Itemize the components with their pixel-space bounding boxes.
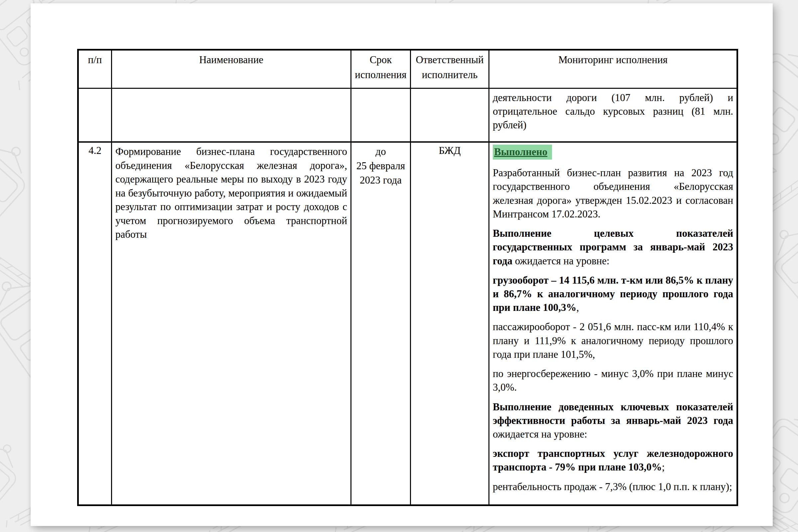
header-term-line1: Срок [355, 53, 407, 68]
monitoring-paragraph-5: по энергосбережению - минус 3,0% при пла… [493, 367, 733, 394]
cell-task-name: Формирование бизнес-плана государственно… [112, 142, 351, 506]
cell-empty-name [112, 89, 351, 142]
header-cell-name: Наименование [112, 50, 351, 89]
cell-empty-responsible [411, 89, 489, 142]
table-container: п/п Наименование Срок исполнения Ответст… [77, 49, 738, 506]
header-monitoring-label: Мониторинг исполнения [558, 54, 668, 65]
carryover-row: деятельности дороги (107 млн. рублей) и … [78, 89, 738, 142]
monitoring-p2-rest: ожидается на уровне: [512, 255, 609, 267]
monitoring-paragraph-2: Выполнение целевых показателей государст… [493, 226, 733, 268]
deadline-line3: 2023 года [355, 173, 407, 188]
table-header-row: п/п Наименование Срок исполнения Ответст… [78, 50, 738, 89]
header-name-label: Наименование [199, 54, 263, 65]
status-badge: Выполнено [493, 145, 552, 159]
header-cell-monitoring: Мониторинг исполнения [489, 50, 738, 89]
cell-empty-num [78, 89, 112, 142]
monitoring-p3-rest: , [576, 302, 579, 313]
monitoring-p7-rest: ; [662, 461, 665, 473]
monitoring-paragraph-4: пассажирооборот - 2 051,6 млн. пасс-км и… [493, 320, 733, 361]
responsible-text: БЖД [439, 145, 461, 156]
task-name-text: Формирование бизнес-плана государственно… [115, 146, 347, 240]
cell-responsible: БЖД [411, 142, 489, 506]
header-num-label: п/п [88, 54, 102, 65]
monitoring-paragraph-6: Выполнение доведенных ключевых показател… [493, 400, 733, 441]
cell-row-number: 4.2 [78, 142, 112, 506]
cell-empty-term [351, 89, 411, 142]
cell-monitoring-carryover: деятельности дороги (107 млн. рублей) и … [489, 89, 738, 142]
header-cell-responsible: Ответственный исполнитель [411, 50, 489, 89]
monitoring-p7-bold: экспорт транспортных услуг железнодорожн… [493, 448, 733, 473]
monitoring-p6-bold: Выполнение доведенных ключевых показател… [493, 401, 733, 426]
header-cell-num: п/п [78, 50, 112, 89]
monitoring-paragraph-8: рентабельность продаж - 7,3% (плюс 1,0 п… [493, 480, 733, 493]
header-resp-line2: исполнитель [414, 68, 485, 82]
desktop-background: п/п Наименование Срок исполнения Ответст… [0, 0, 798, 532]
monitoring-status-paragraph: Выполнено [493, 145, 733, 159]
row-4-2: 4.2 Формирование бизнес-плана государств… [78, 142, 738, 506]
deadline-line1: до [355, 145, 407, 159]
header-term-line2: исполнения [355, 68, 407, 82]
monitoring-paragraph-1: Разработанный бизнес-план развития на 20… [493, 166, 733, 221]
cell-deadline: до 25 февраля 2023 года [351, 142, 411, 506]
monitoring-paragraph-3: грузооборот – 14 115,6 млн. т-км или 86,… [493, 273, 733, 315]
monitoring-p3-bold: грузооборот – 14 115,6 млн. т-км или 86,… [493, 274, 733, 313]
header-cell-term: Срок исполнения [351, 50, 411, 89]
document-page: п/п Наименование Срок исполнения Ответст… [31, 3, 773, 526]
carryover-text: деятельности дороги (107 млн. рублей) и … [493, 91, 733, 132]
execution-plan-table: п/п Наименование Срок исполнения Ответст… [77, 49, 738, 506]
monitoring-p6-rest: ожидается на уровне: [493, 428, 587, 440]
header-resp-line1: Ответственный [414, 53, 485, 68]
deadline-line2: 25 февраля [355, 159, 407, 173]
cell-monitoring: Выполнено Разработанный бизнес-план разв… [489, 142, 738, 506]
row-number: 4.2 [89, 145, 101, 156]
monitoring-paragraph-7: экспорт транспортных услуг железнодорожн… [493, 446, 733, 474]
